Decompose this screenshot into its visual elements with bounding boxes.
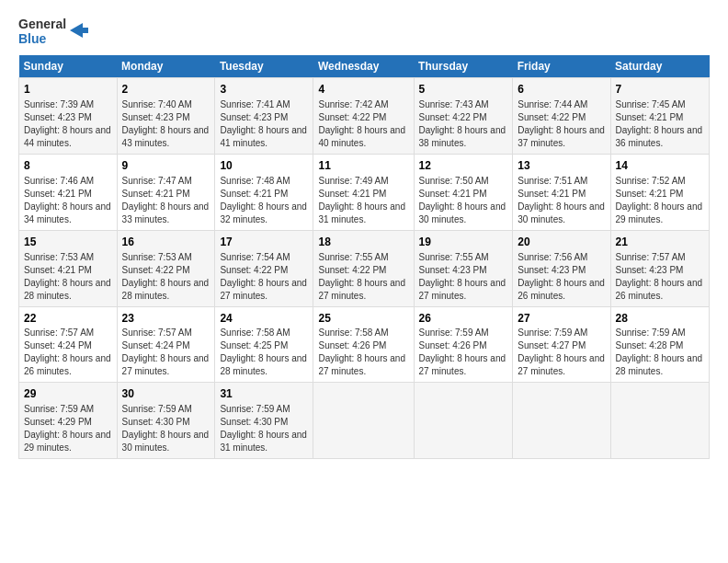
logo-general: General [18, 17, 66, 31]
calendar-cell [414, 383, 513, 459]
day-info: Sunrise: 7:57 AMSunset: 4:23 PMDaylight:… [616, 252, 703, 301]
calendar-cell: 13Sunrise: 7:51 AMSunset: 4:21 PMDayligh… [513, 154, 610, 230]
day-info: Sunrise: 7:41 AMSunset: 4:23 PMDaylight:… [220, 99, 307, 148]
day-info: Sunrise: 7:49 AMSunset: 4:21 PMDaylight:… [318, 176, 405, 224]
calendar-cell: 17Sunrise: 7:54 AMSunset: 4:22 PMDayligh… [215, 230, 313, 306]
day-info: Sunrise: 7:39 AMSunset: 4:23 PMDaylight:… [24, 99, 111, 148]
calendar-cell: 29Sunrise: 7:59 AMSunset: 4:29 PMDayligh… [19, 383, 118, 459]
calendar-cell [513, 383, 610, 459]
day-number: 15 [24, 235, 112, 250]
day-info: Sunrise: 7:46 AMSunset: 4:21 PMDaylight:… [24, 176, 111, 224]
calendar-table: SundayMondayTuesdayWednesdayThursdayFrid… [18, 55, 710, 459]
day-number: 4 [318, 82, 408, 98]
day-number: 13 [518, 158, 605, 174]
calendar-cell: 27Sunrise: 7:59 AMSunset: 4:27 PMDayligh… [513, 306, 610, 383]
col-header-thursday: Thursday [414, 55, 513, 78]
day-info: Sunrise: 7:50 AMSunset: 4:21 PMDaylight:… [419, 176, 506, 224]
calendar-cell: 31Sunrise: 7:59 AMSunset: 4:30 PMDayligh… [215, 383, 313, 459]
day-number: 31 [220, 386, 308, 402]
day-info: Sunrise: 7:59 AMSunset: 4:30 PMDaylight:… [122, 404, 210, 453]
day-info: Sunrise: 7:59 AMSunset: 4:28 PMDaylight:… [616, 327, 703, 376]
calendar-cell: 26Sunrise: 7:59 AMSunset: 4:26 PMDayligh… [414, 306, 513, 383]
table-row: 22Sunrise: 7:57 AMSunset: 4:24 PMDayligh… [19, 306, 710, 383]
day-number: 12 [419, 158, 508, 174]
day-number: 29 [24, 386, 112, 402]
calendar-cell: 4Sunrise: 7:42 AMSunset: 4:22 PMDaylight… [313, 78, 414, 155]
calendar-cell: 1Sunrise: 7:39 AMSunset: 4:23 PMDaylight… [19, 78, 118, 155]
day-info: Sunrise: 7:42 AMSunset: 4:22 PMDaylight:… [318, 99, 405, 148]
svg-marker-0 [70, 23, 88, 38]
calendar-cell: 14Sunrise: 7:52 AMSunset: 4:21 PMDayligh… [610, 154, 710, 230]
day-info: Sunrise: 7:54 AMSunset: 4:22 PMDaylight:… [220, 252, 307, 301]
calendar-cell: 9Sunrise: 7:47 AMSunset: 4:21 PMDaylight… [117, 154, 215, 230]
calendar-cell: 11Sunrise: 7:49 AMSunset: 4:21 PMDayligh… [313, 154, 414, 230]
calendar-cell [610, 383, 710, 459]
day-number: 25 [318, 311, 408, 327]
table-row: 29Sunrise: 7:59 AMSunset: 4:29 PMDayligh… [19, 383, 710, 459]
calendar-cell: 6Sunrise: 7:44 AMSunset: 4:22 PMDaylight… [513, 78, 610, 155]
logo-arrow-icon [68, 20, 88, 40]
day-info: Sunrise: 7:52 AMSunset: 4:21 PMDaylight:… [616, 176, 703, 224]
calendar-cell: 24Sunrise: 7:58 AMSunset: 4:25 PMDayligh… [215, 306, 313, 383]
calendar-cell: 15Sunrise: 7:53 AMSunset: 4:21 PMDayligh… [19, 230, 118, 306]
day-number: 20 [518, 235, 605, 250]
day-info: Sunrise: 7:43 AMSunset: 4:22 PMDaylight:… [419, 99, 506, 148]
day-number: 14 [616, 158, 705, 174]
col-header-sunday: Sunday [19, 55, 118, 78]
day-info: Sunrise: 7:57 AMSunset: 4:24 PMDaylight:… [122, 327, 210, 376]
table-row: 8Sunrise: 7:46 AMSunset: 4:21 PMDaylight… [19, 154, 710, 230]
day-info: Sunrise: 7:55 AMSunset: 4:23 PMDaylight:… [419, 252, 506, 301]
day-info: Sunrise: 7:44 AMSunset: 4:22 PMDaylight:… [518, 99, 605, 148]
calendar-cell: 19Sunrise: 7:55 AMSunset: 4:23 PMDayligh… [414, 230, 513, 306]
day-number: 9 [122, 158, 210, 174]
day-number: 21 [616, 235, 705, 250]
day-info: Sunrise: 7:58 AMSunset: 4:25 PMDaylight:… [220, 327, 307, 376]
col-header-monday: Monday [117, 55, 215, 78]
day-number: 3 [220, 82, 308, 98]
day-info: Sunrise: 7:59 AMSunset: 4:30 PMDaylight:… [220, 404, 307, 453]
calendar-cell [313, 383, 414, 459]
day-number: 1 [24, 82, 112, 98]
day-number: 16 [122, 235, 210, 250]
calendar-cell: 3Sunrise: 7:41 AMSunset: 4:23 PMDaylight… [215, 78, 313, 155]
day-number: 7 [616, 82, 705, 98]
day-number: 8 [24, 158, 112, 174]
col-header-friday: Friday [513, 55, 610, 78]
calendar-cell: 30Sunrise: 7:59 AMSunset: 4:30 PMDayligh… [117, 383, 215, 459]
col-header-tuesday: Tuesday [215, 55, 313, 78]
day-number: 18 [318, 235, 408, 250]
calendar-cell: 28Sunrise: 7:59 AMSunset: 4:28 PMDayligh… [610, 306, 710, 383]
day-info: Sunrise: 7:57 AMSunset: 4:24 PMDaylight:… [24, 327, 111, 376]
day-number: 26 [419, 311, 508, 327]
day-info: Sunrise: 7:55 AMSunset: 4:22 PMDaylight:… [318, 252, 405, 301]
logo: General Blue [18, 17, 88, 46]
day-number: 22 [24, 311, 112, 327]
table-row: 15Sunrise: 7:53 AMSunset: 4:21 PMDayligh… [19, 230, 710, 306]
calendar-cell: 20Sunrise: 7:56 AMSunset: 4:23 PMDayligh… [513, 230, 610, 306]
day-info: Sunrise: 7:48 AMSunset: 4:21 PMDaylight:… [220, 176, 307, 224]
day-number: 24 [220, 311, 308, 327]
header: General Blue [18, 17, 710, 46]
table-header-row: SundayMondayTuesdayWednesdayThursdayFrid… [19, 55, 710, 78]
day-number: 10 [220, 158, 308, 174]
day-number: 30 [122, 386, 210, 402]
page-container: General Blue SundayMondayTuesdayWednesda… [0, 0, 728, 468]
day-info: Sunrise: 7:59 AMSunset: 4:27 PMDaylight:… [518, 327, 605, 376]
calendar-cell: 12Sunrise: 7:50 AMSunset: 4:21 PMDayligh… [414, 154, 513, 230]
calendar-cell: 18Sunrise: 7:55 AMSunset: 4:22 PMDayligh… [313, 230, 414, 306]
calendar-cell: 23Sunrise: 7:57 AMSunset: 4:24 PMDayligh… [117, 306, 215, 383]
calendar-cell: 16Sunrise: 7:53 AMSunset: 4:22 PMDayligh… [117, 230, 215, 306]
day-info: Sunrise: 7:47 AMSunset: 4:21 PMDaylight:… [122, 176, 210, 224]
calendar-cell: 10Sunrise: 7:48 AMSunset: 4:21 PMDayligh… [215, 154, 313, 230]
logo-text-block: General Blue [18, 17, 66, 46]
day-number: 19 [419, 235, 508, 250]
calendar-cell: 21Sunrise: 7:57 AMSunset: 4:23 PMDayligh… [610, 230, 710, 306]
day-number: 17 [220, 235, 308, 250]
calendar-cell: 2Sunrise: 7:40 AMSunset: 4:23 PMDaylight… [117, 78, 215, 155]
day-info: Sunrise: 7:53 AMSunset: 4:22 PMDaylight:… [122, 252, 210, 301]
calendar-cell: 8Sunrise: 7:46 AMSunset: 4:21 PMDaylight… [19, 154, 118, 230]
calendar-cell: 22Sunrise: 7:57 AMSunset: 4:24 PMDayligh… [19, 306, 118, 383]
day-info: Sunrise: 7:45 AMSunset: 4:21 PMDaylight:… [616, 99, 703, 148]
day-info: Sunrise: 7:53 AMSunset: 4:21 PMDaylight:… [24, 252, 111, 301]
calendar-cell: 5Sunrise: 7:43 AMSunset: 4:22 PMDaylight… [414, 78, 513, 155]
